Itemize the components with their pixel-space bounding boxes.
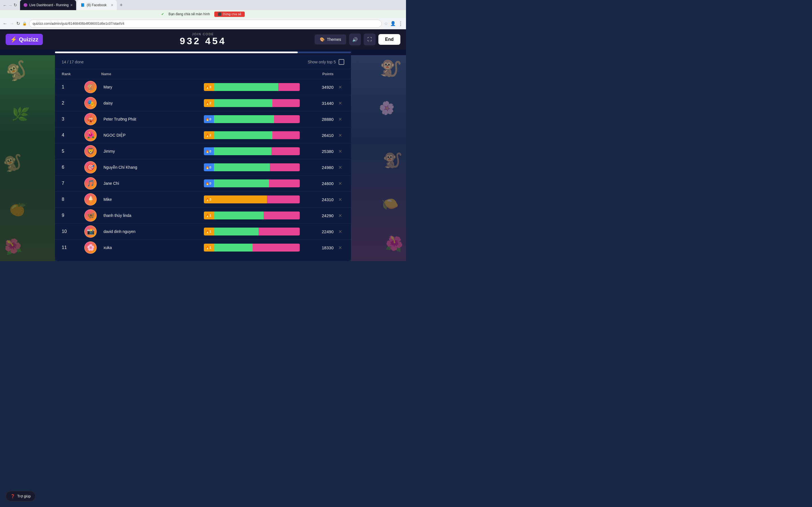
streak-badge: 🔥0	[204, 163, 214, 171]
table-row: 5 🦁 Jimmy 🔥0 25380 ✕	[55, 143, 351, 159]
bar-main	[214, 195, 267, 203]
end-label: End	[385, 37, 394, 42]
stop-sharing-label: Dừng chia sẻ	[223, 12, 241, 16]
remove-player-btn[interactable]: ✕	[336, 212, 344, 219]
score-bar-wrapper: 🔥3	[204, 195, 300, 203]
rank-num: 7	[62, 181, 84, 186]
address-input[interactable]	[29, 20, 382, 27]
streak-badge: 🔥2	[204, 99, 214, 107]
remove-player-btn[interactable]: ✕	[336, 228, 344, 235]
player-name: david dinh nguyen	[101, 229, 202, 234]
stop-sharing-btn[interactable]: ⬛ Dừng chia sẻ	[214, 11, 245, 17]
player-name: Jimmy	[101, 149, 202, 154]
points-cell: 31440	[302, 101, 336, 106]
points-cell: 24980	[302, 165, 336, 170]
remove-player-btn[interactable]: ✕	[336, 164, 344, 171]
streak-badge: 🔥1	[204, 228, 214, 235]
score-bar-cell: 🔥1	[202, 228, 302, 235]
nav-forward[interactable]: →	[10, 21, 14, 26]
remove-player-btn[interactable]: ✕	[336, 244, 344, 251]
back-btn[interactable]: ←	[3, 3, 7, 8]
table-row: 1 🐒 Mary 🔥3 34920 ✕	[55, 79, 351, 95]
streak-badge: 🔥3	[204, 195, 214, 203]
bar-pink	[267, 195, 300, 203]
main-content: 🐒 🌿 🐒 🍊 🌺 🐒 🌸 🐒 🍋 🌺 14 / 17 done Show on…	[0, 55, 406, 261]
nav-back[interactable]: ←	[3, 21, 7, 26]
remove-player-btn[interactable]: ✕	[336, 100, 344, 107]
score-bar-cell: 🔥1	[202, 244, 302, 251]
rank-num: 4	[62, 133, 84, 138]
streak-badge: 🔥3	[204, 83, 214, 91]
rank-num: 10	[62, 229, 84, 234]
points-cell: 18330	[302, 245, 336, 250]
score-bar-wrapper: 🔥0	[204, 163, 300, 171]
avatar: 📸	[84, 225, 97, 238]
sharing-text: Bạn đang chia sẻ màn hình	[168, 12, 210, 16]
sharing-icon: ✔	[161, 12, 164, 16]
bar-pink	[274, 115, 300, 123]
remove-player-btn[interactable]: ✕	[336, 148, 344, 155]
rank-num: 2	[62, 101, 84, 106]
col-bar	[202, 72, 302, 76]
bar-pink	[253, 244, 300, 251]
player-name: Nguyễn Chí Khang	[101, 165, 202, 170]
lb-column-headers: Rank Name Points	[55, 69, 351, 79]
bar-main	[214, 228, 259, 235]
stop-icon: ⬛	[218, 12, 221, 16]
new-tab-btn[interactable]: +	[118, 2, 124, 8]
done-text: 14 / 17 done	[62, 60, 84, 64]
end-btn[interactable]: End	[378, 34, 400, 45]
remove-player-btn[interactable]: ✕	[336, 116, 344, 122]
rank-num: 3	[62, 117, 84, 122]
score-bar-cell: 🔥0	[202, 147, 302, 155]
reload-btn[interactable]: ↻	[13, 3, 17, 8]
table-row: 11 🌸 xuka 🔥1 18330 ✕	[55, 239, 351, 256]
palette-icon: 🎨	[320, 37, 324, 42]
logo-text: Quizizz	[19, 36, 38, 43]
app-header: ⚡ Quizizz JOIN CODE 932 454 🎨 Themes 🔊 ⛶…	[0, 29, 406, 50]
header-actions: 🎨 Themes 🔊 ⛶ End	[315, 34, 400, 45]
lock-icon: 🔒	[22, 21, 27, 25]
streak-badge: 🔥0	[204, 179, 214, 187]
quizizz-logo: ⚡ Quizizz	[6, 34, 43, 45]
score-bar-cell: 🔥2	[202, 99, 302, 107]
menu-icon[interactable]: ⋮	[398, 20, 403, 27]
remove-player-btn[interactable]: ✕	[336, 84, 344, 91]
bar-main	[214, 131, 272, 139]
streak-badge: 🔥1	[204, 244, 214, 251]
remove-player-btn[interactable]: ✕	[336, 180, 344, 187]
rank-num: 8	[62, 197, 84, 202]
lb-header-row: 14 / 17 done Show only top 5	[55, 55, 351, 69]
score-bar-wrapper: 🔥3	[204, 83, 300, 91]
col-remove	[336, 72, 344, 76]
tab-1[interactable]: 🟣 Live Dashboard - Running ✕	[20, 0, 76, 10]
player-name: Peter Trường Phát	[101, 117, 202, 121]
bar-main	[214, 83, 278, 91]
streak-badge: 🔥1	[204, 212, 214, 219]
bookmark-icon[interactable]: ☆	[384, 21, 388, 26]
tab-2[interactable]: 📘 (8) Facebook ✕	[77, 0, 117, 10]
progress-track	[55, 52, 351, 53]
table-row: 6 🎯 Nguyễn Chí Khang 🔥0 24980 ✕	[55, 159, 351, 175]
profile-icon[interactable]: 👤	[390, 21, 396, 26]
player-name: daisy	[101, 101, 202, 105]
avatar: 🎯	[84, 161, 97, 173]
tab1-close[interactable]: ✕	[70, 3, 73, 7]
top5-control[interactable]: Show only top 5	[308, 59, 344, 65]
remove-player-btn[interactable]: ✕	[336, 132, 344, 138]
volume-btn[interactable]: 🔊	[349, 34, 361, 45]
remove-player-btn[interactable]: ✕	[336, 196, 344, 203]
points-cell: 26410	[302, 133, 336, 138]
nav-reload[interactable]: ↻	[16, 21, 20, 26]
leaderboard-container: 14 / 17 done Show only top 5 Rank Name P…	[55, 55, 351, 261]
col-name: Name	[101, 72, 202, 76]
browser-tabs-bar: ← → ↻ 🟣 Live Dashboard - Running ✕ 📘 (8)…	[0, 0, 406, 10]
rank-num: 11	[62, 245, 84, 250]
fullscreen-btn[interactable]: ⛶	[364, 34, 375, 45]
themes-btn[interactable]: 🎨 Themes	[315, 34, 346, 45]
forward-btn[interactable]: →	[8, 3, 12, 8]
tab2-close[interactable]: ✕	[111, 3, 113, 7]
score-bar-wrapper: 🔥0	[204, 115, 300, 123]
streak-badge: 🔥0	[204, 147, 214, 155]
top5-checkbox[interactable]	[339, 59, 344, 65]
